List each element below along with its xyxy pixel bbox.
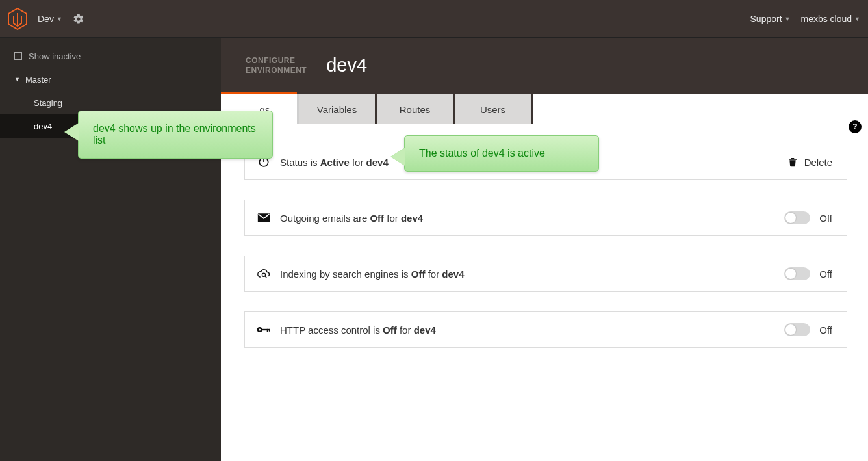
project-selector[interactable]: Dev ▼	[38, 14, 62, 24]
disclosure-triangle-icon: ▼	[14, 76, 20, 83]
emails-toggle-label: Off	[819, 213, 832, 224]
config-env-name: dev4	[326, 55, 367, 76]
account-label: mexbs cloud	[800, 14, 852, 24]
tab-label: Variables	[317, 104, 357, 115]
callout-text: The status of dev4 is active	[419, 148, 545, 159]
config-kicker: CONFIGUREENVIRONMENT	[246, 56, 307, 75]
tab-variables[interactable]: Variables	[299, 94, 377, 124]
callout-text: dev4 shows up in the environments list	[93, 123, 256, 146]
http-access-text: HTTP access control is Off for dev4	[280, 324, 436, 336]
project-label: Dev	[38, 14, 54, 24]
env-row-label: Master	[25, 75, 51, 85]
tab-routes[interactable]: Routes	[377, 94, 455, 124]
delete-environment-button[interactable]: Delete	[787, 156, 832, 168]
config-header: CONFIGUREENVIRONMENT dev4	[221, 38, 868, 94]
indexing-text: Indexing by search engines is Off for de…	[280, 269, 465, 280]
mail-icon	[257, 211, 271, 225]
indexing-toggle-label: Off	[819, 269, 832, 280]
settings-gear-icon[interactable]	[73, 13, 84, 25]
emails-text: Outgoing emails are Off for dev4	[280, 213, 423, 224]
tab-label: Routes	[400, 104, 431, 115]
support-label: Support	[750, 14, 782, 24]
tab-users[interactable]: Users	[455, 94, 533, 124]
main-panel: CONFIGUREENVIRONMENT dev4 gs Variables R…	[221, 38, 868, 461]
cloud-search-icon	[257, 267, 271, 281]
caret-down-icon: ▼	[57, 16, 62, 22]
search-indexing-card: Indexing by search engines is Off for de…	[244, 256, 847, 292]
emails-toggle[interactable]	[784, 211, 810, 224]
key-icon	[257, 323, 271, 337]
svg-line-3	[265, 276, 266, 278]
show-inactive-label: Show inactive	[29, 51, 81, 61]
http-access-toggle[interactable]	[784, 323, 810, 336]
annotation-callout-sidebar: dev4 shows up in the environments list	[78, 111, 273, 159]
topbar: Dev ▼ Support ▼ mexbs cloud ▼	[0, 0, 868, 38]
annotation-callout-status: The status of dev4 is active	[404, 135, 599, 172]
svg-point-5	[259, 328, 261, 330]
support-menu[interactable]: Support ▼	[750, 14, 791, 24]
http-access-card: HTTP access control is Off for dev4 Off	[244, 311, 847, 348]
status-text: Status is Active for dev4	[280, 157, 389, 168]
tab-label: Users	[480, 104, 505, 115]
svg-rect-8	[269, 329, 270, 332]
svg-rect-7	[267, 329, 268, 332]
http-access-toggle-label: Off	[819, 324, 832, 336]
caret-down-icon: ▼	[785, 16, 791, 22]
environments-sidebar: Show inactive ▼ Master Staging dev4	[0, 38, 221, 461]
env-row-master[interactable]: ▼ Master	[0, 68, 221, 91]
indexing-toggle[interactable]	[784, 267, 810, 280]
env-row-label: Staging	[34, 98, 62, 108]
magento-logo-icon	[8, 8, 27, 30]
settings-content: ? Status is Active for dev4 Delete	[221, 124, 868, 393]
outgoing-emails-card: Outgoing emails are Off for dev4 Off	[244, 200, 847, 236]
show-inactive-checkbox[interactable]: Show inactive	[14, 51, 81, 61]
caret-down-icon: ▼	[854, 16, 860, 22]
trash-icon	[787, 156, 798, 168]
checkbox-icon	[14, 52, 22, 60]
svg-rect-6	[262, 329, 270, 330]
env-row-label: dev4	[34, 122, 52, 131]
status-card: Status is Active for dev4 Delete The sta…	[244, 144, 847, 180]
help-icon[interactable]: ?	[849, 120, 862, 133]
svg-point-2	[262, 273, 265, 276]
delete-label: Delete	[804, 157, 832, 168]
account-menu[interactable]: mexbs cloud ▼	[800, 14, 860, 24]
tab-strip: gs Variables Routes Users	[221, 94, 868, 124]
